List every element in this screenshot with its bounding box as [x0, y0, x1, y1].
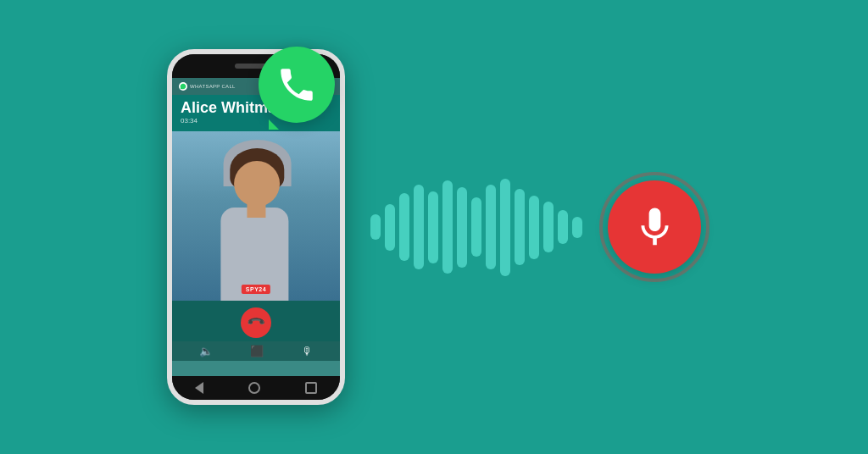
wave-bar — [442, 180, 453, 274]
wave-bar — [457, 187, 467, 268]
whatsapp-status-icon — [179, 82, 187, 91]
phone-nav-bar — [172, 376, 340, 400]
mic-ring — [599, 172, 709, 282]
wave-bar — [370, 214, 381, 240]
wave-bar — [515, 189, 525, 265]
wave-bar — [486, 185, 496, 269]
wave-bar — [572, 217, 582, 238]
home-button[interactable] — [248, 382, 260, 394]
wave-bar — [428, 191, 438, 263]
wave-bar — [558, 210, 568, 244]
end-call-icon: 📞 — [246, 313, 265, 332]
wave-bar — [399, 193, 409, 261]
video-icon[interactable]: ⬛ — [250, 345, 264, 357]
speaker-icon[interactable]: 🔈 — [199, 345, 213, 357]
whatsapp-circle — [259, 47, 335, 123]
mute-icon[interactable]: 🎙 — [302, 345, 313, 357]
contact-photo: SPY24 — [172, 131, 340, 301]
wave-bar — [529, 196, 539, 259]
sound-wave — [370, 176, 582, 278]
recent-button[interactable] — [305, 382, 317, 394]
wave-bar — [543, 202, 554, 252]
mic-record-button[interactable] — [608, 180, 701, 274]
whatsapp-logo-bubble — [259, 47, 343, 131]
spy24-badge: SPY24 — [242, 285, 270, 294]
wave-bar — [471, 197, 481, 257]
status-left: WHATSAPP CALL — [179, 82, 236, 91]
back-button[interactable] — [195, 382, 203, 394]
wave-bar — [414, 185, 424, 269]
call-type-label: WHATSAPP CALL — [190, 84, 236, 89]
whatsapp-phone-icon — [275, 64, 318, 106]
whatsapp-bubble-tail — [269, 119, 279, 130]
main-scene: WHATSAPP CALL 11:50 Alice Whitman 03:34 — [0, 0, 868, 454]
call-controls: 📞 — [172, 301, 340, 341]
end-call-button[interactable]: 📞 — [241, 307, 271, 338]
wave-bar — [500, 179, 510, 276]
wave-bar — [385, 204, 395, 251]
bottom-controls: 🔈 ⬛ 🎙 — [172, 341, 340, 361]
